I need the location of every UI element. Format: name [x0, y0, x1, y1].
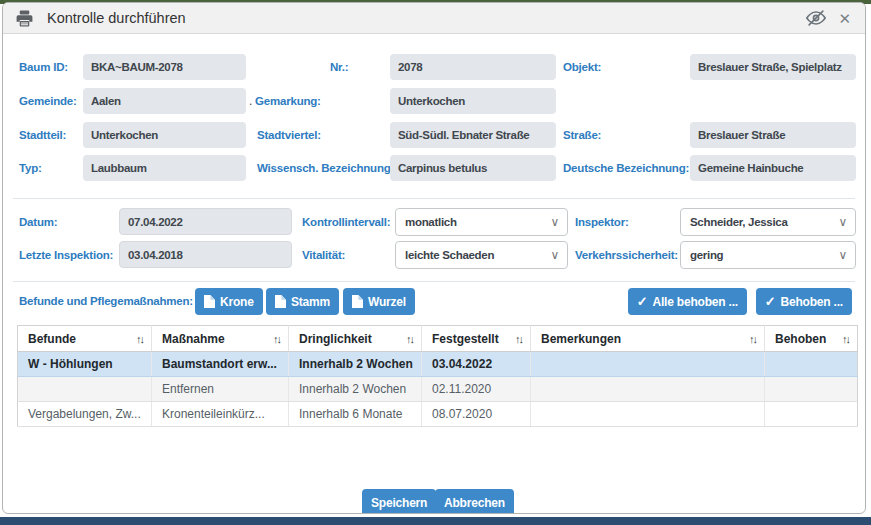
cell-behoben[interactable]	[765, 402, 858, 427]
befunde-section-label: Befunde und Pflegemaßnahmen:	[19, 288, 193, 315]
kontrolle-dialog: Kontrolle durchführen ✕ Baum ID: BKA~BAU…	[2, 2, 866, 514]
check-icon: ✓	[765, 294, 776, 309]
deutsche-bezeichnung-field: Gemeine Hainbuche	[690, 155, 856, 181]
print-icon[interactable]	[13, 7, 35, 29]
gemeinde-label: Gemeinde:	[19, 88, 77, 114]
cell-dringlichkeit[interactable]: Innerhalb 6 Monate	[289, 402, 422, 427]
cell-festgestellt[interactable]: 08.07.2020	[422, 402, 531, 427]
dialog-titlebar: Kontrolle durchführen ✕	[3, 3, 865, 34]
verkehrssicherheit-value: gering	[690, 249, 723, 261]
gemarkung-label: Gemarkung:	[255, 88, 321, 114]
datum-label: Datum:	[19, 209, 57, 235]
dialog-title: Kontrolle durchführen	[47, 10, 186, 26]
document-icon	[204, 295, 215, 308]
cell-befunde[interactable]: Vergabelungen, Zw...	[18, 402, 152, 427]
vitalitaet-select[interactable]: leichte Schaeden ∨	[395, 241, 568, 269]
chevron-down-icon: ∨	[551, 209, 559, 235]
col-behoben[interactable]: Behoben↑↓	[765, 326, 858, 352]
col-massnahme[interactable]: Maßnahme↑↓	[152, 326, 289, 352]
cell-massnahme[interactable]: Baumstandort erw...	[152, 352, 289, 377]
krone-button[interactable]: Krone	[195, 288, 263, 315]
table-row[interactable]: Vergabelungen, Zw... Kronenteileinkürz..…	[18, 402, 858, 427]
datum-field[interactable]: 07.04.2022	[119, 208, 292, 235]
wissensch-bezeichnung-field: Carpinus betulus	[390, 155, 556, 181]
app-screen: Kontrolle durchführen ✕ Baum ID: BKA~BAU…	[0, 0, 871, 525]
section-divider	[13, 281, 855, 282]
sort-icon[interactable]: ↑↓	[273, 333, 282, 345]
strasse-field: Breslauer Straße	[690, 122, 856, 148]
chevron-down-icon: ∨	[551, 242, 559, 268]
vitalitaet-value: leichte Schaeden	[405, 249, 494, 261]
wissensch-bezeichnung-label: Wissensch. Bezeichnung:	[257, 155, 394, 181]
cancel-button[interactable]: Abbrechen	[435, 489, 514, 514]
sort-icon[interactable]: ↑↓	[749, 333, 758, 345]
eye-off-icon[interactable]	[804, 6, 828, 30]
table-row[interactable]: W - Höhlungen Baumstandort erw... Innerh…	[18, 352, 858, 377]
sort-icon[interactable]: ↑↓	[406, 333, 415, 345]
kontrollintervall-value: monatlich	[405, 216, 457, 228]
document-icon	[275, 295, 286, 308]
verkehrssicherheit-select[interactable]: gering ∨	[680, 241, 856, 269]
document-icon	[352, 295, 363, 308]
gemarkung-field: Unterkochen	[390, 88, 556, 114]
befunde-table: Befunde↑↓ Maßnahme↑↓ Dringlichkeit↑↓ Fes…	[17, 325, 858, 427]
section-divider	[13, 198, 855, 199]
close-icon[interactable]: ✕	[838, 11, 851, 26]
cell-festgestellt[interactable]: 02.11.2020	[422, 377, 531, 402]
chevron-down-icon: ∨	[839, 242, 847, 268]
nr-label: Nr.:	[330, 54, 348, 80]
cell-dringlichkeit[interactable]: Innerhalb 2 Wochen	[289, 352, 422, 377]
inspektor-select[interactable]: Schneider, Jessica ∨	[680, 208, 856, 236]
baum-id-field: BKA~BAUM-2078	[83, 54, 246, 80]
table-header-row: Befunde↑↓ Maßnahme↑↓ Dringlichkeit↑↓ Fes…	[18, 326, 858, 352]
stamm-button[interactable]: Stamm	[266, 288, 339, 315]
inspektor-label: Inspektor:	[575, 209, 629, 235]
sort-icon[interactable]: ↑↓	[515, 333, 524, 345]
letzte-inspektion-field: 03.04.2018	[119, 241, 292, 268]
deutsche-bezeichnung-label: Deutsche Bezeichnung:	[563, 155, 689, 181]
objekt-label: Objekt:	[563, 54, 601, 80]
col-bemerkungen[interactable]: Bemerkungen↑↓	[531, 326, 765, 352]
check-icon: ✓	[637, 294, 648, 309]
cell-behoben[interactable]	[765, 352, 858, 377]
verkehrssicherheit-label: Verkehrssicherheit:	[575, 242, 678, 268]
wurzel-button[interactable]: Wurzel	[343, 288, 415, 315]
gemarkung-dot: .	[249, 88, 252, 114]
baum-id-label: Baum ID:	[19, 54, 68, 80]
stadtteil-label: Stadtteil:	[19, 122, 66, 148]
nr-field: 2078	[390, 54, 556, 80]
save-button[interactable]: Speichern	[362, 489, 436, 514]
col-dringlichkeit[interactable]: Dringlichkeit↑↓	[289, 326, 422, 352]
table-row[interactable]: Entfernen Innerhalb 2 Wochen 02.11.2020	[18, 377, 858, 402]
cell-massnahme[interactable]: Entfernen	[152, 377, 289, 402]
stadtviertel-label: Stadtviertel:	[257, 122, 321, 148]
stadtteil-field: Unterkochen	[83, 122, 246, 148]
gemeinde-field: Aalen	[83, 88, 246, 114]
typ-label: Typ:	[19, 155, 42, 181]
cell-befunde[interactable]	[18, 377, 152, 402]
behoben-button[interactable]: ✓ Behoben ...	[756, 288, 852, 315]
sort-icon[interactable]: ↑↓	[842, 333, 851, 345]
kontrollintervall-select[interactable]: monatlich ∨	[395, 208, 568, 236]
cell-massnahme[interactable]: Kronenteileinkürz...	[152, 402, 289, 427]
inspektor-value: Schneider, Jessica	[690, 216, 788, 228]
typ-field: Laubbaum	[83, 155, 246, 181]
alle-behoben-button[interactable]: ✓ Alle behoben ...	[628, 288, 747, 315]
col-festgestellt[interactable]: Festgestellt↑↓	[422, 326, 531, 352]
chevron-down-icon: ∨	[839, 209, 847, 235]
cell-befunde[interactable]: W - Höhlungen	[18, 352, 152, 377]
stadtviertel-field: Süd-Südl. Ebnater Straße	[390, 122, 556, 148]
letzte-inspektion-label: Letzte Inspektion:	[19, 242, 113, 268]
cell-bemerkungen[interactable]	[531, 352, 765, 377]
sort-icon[interactable]: ↑↓	[136, 333, 145, 345]
cell-festgestellt[interactable]: 03.04.2022	[422, 352, 531, 377]
cell-bemerkungen[interactable]	[531, 377, 765, 402]
cell-bemerkungen[interactable]	[531, 402, 765, 427]
cell-dringlichkeit[interactable]: Innerhalb 2 Wochen	[289, 377, 422, 402]
strasse-label: Straße:	[563, 122, 601, 148]
kontrollintervall-label: Kontrollintervall:	[302, 209, 390, 235]
objekt-field: Breslauer Straße, Spielplatz	[690, 54, 856, 80]
cell-behoben[interactable]	[765, 377, 858, 402]
col-befunde[interactable]: Befunde↑↓	[18, 326, 152, 352]
vitalitaet-label: Vitalität:	[302, 242, 345, 268]
